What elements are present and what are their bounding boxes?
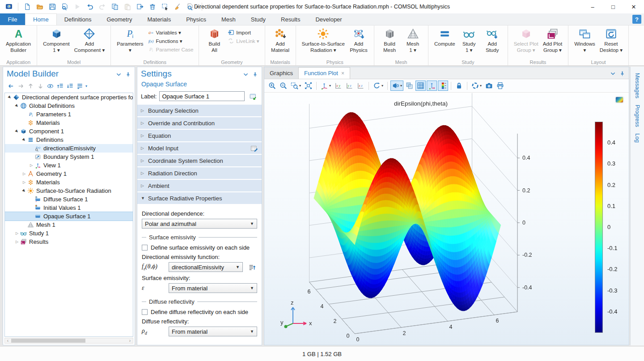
duplicate-button[interactable] [135, 1, 145, 12]
tree-node-results[interactable]: ▷Results [5, 238, 133, 246]
scene-light-button[interactable]: ▾ [390, 81, 403, 91]
section-ambient[interactable]: ▷ Ambient [137, 180, 262, 191]
side-tab-progress[interactable]: Progress [634, 105, 640, 127]
ribbon-tab-study[interactable]: Study [243, 13, 273, 25]
tree-expander-icon[interactable]: ▷ [14, 240, 20, 244]
dropdown-arrow-icon[interactable]: ▾ [196, 5, 198, 9]
tree-node-component-1[interactable]: ▶Component 1 [5, 127, 133, 136]
tree-node-mesh-1[interactable]: Mesh 1 [5, 221, 133, 229]
ribbon-tab-file[interactable]: File [0, 13, 25, 25]
model-input-edit-icon[interactable] [250, 144, 258, 152]
tree-expander-icon[interactable]: ▶ [6, 93, 13, 101]
clear-brush-button[interactable] [172, 1, 183, 12]
section-boundary-selection[interactable]: ▷ Boundary Selection [137, 105, 262, 116]
print-button[interactable] [495, 81, 505, 91]
view-lock-button[interactable] [454, 81, 464, 91]
save-search-button[interactable] [59, 1, 70, 12]
scroll-left-icon[interactable]: ‹ [5, 338, 11, 343]
redo-button[interactable] [97, 1, 108, 12]
section-equation[interactable]: ▷ Equation [137, 130, 262, 141]
ribbon-tab-geometry[interactable]: Geometry [99, 13, 140, 25]
pin-icon[interactable] [619, 70, 625, 76]
ribbon-tab-materials[interactable]: Materials [140, 13, 178, 25]
environment-button[interactable]: ▾ [470, 81, 483, 91]
tree-node-study-1[interactable]: ▷Study 1 [5, 229, 133, 238]
pin-icon[interactable] [252, 71, 258, 77]
tab-graphics[interactable]: Graphics [264, 67, 299, 79]
dropdown-arrow-icon[interactable]: ▾ [85, 84, 87, 88]
tree-node-definitions[interactable]: ▶Definitions [5, 136, 133, 144]
tree-expander-icon[interactable]: ▶ [21, 187, 28, 194]
view-yz-button[interactable]: yz [344, 81, 355, 91]
collapse-down-button[interactable] [66, 82, 74, 90]
variables-a-button[interactable]: a=Variables ▾ [146, 28, 195, 37]
build-all-button[interactable]: BuildAll [203, 27, 226, 54]
zoom-out-button[interactable] [278, 81, 288, 91]
collapse-up-button[interactable] [56, 82, 64, 90]
add-plot-group-button[interactable]: Add PlotGroup ▾ [541, 27, 564, 54]
import-icon-button[interactable]: Import [226, 28, 261, 37]
delete-button[interactable] [147, 1, 158, 12]
ribbon-tab-developer[interactable]: Developer [308, 13, 349, 25]
mesh-tri-button[interactable]: Mesh1 ▾ [401, 27, 424, 54]
checkbox[interactable] [142, 309, 148, 315]
tree-node-surface-to-surface-radiation[interactable]: ▶Surface-to-Surface Radiation [5, 187, 133, 195]
scrollbar-thumb[interactable] [11, 339, 85, 343]
study-glasses-button[interactable]: Study1 ▾ [458, 27, 481, 54]
section-model-input[interactable]: ▷ Model Input [137, 142, 262, 154]
new-file-button[interactable] [22, 1, 33, 12]
component-cube-button[interactable]: Component1 ▾ [41, 27, 72, 54]
tree-node-diffuse-surface-1[interactable]: DDiffuse Surface 1 [5, 195, 133, 204]
tree-node-global-definitions[interactable]: ▶Global Definitions [5, 102, 133, 110]
section-radiation-direction[interactable]: ▷ Radiation Direction [137, 167, 262, 179]
ribbon-tab-definitions[interactable]: Definitions [57, 13, 99, 25]
select-frame-button[interactable] [160, 1, 170, 12]
tree-node-initial-values-1[interactable]: DInitial Values 1 [5, 204, 133, 212]
tree-expander-icon[interactable]: ▷ [21, 180, 27, 184]
close-tab-icon[interactable]: × [341, 70, 344, 76]
parameters-pi-button[interactable]: PiParameters▾ [114, 27, 145, 54]
chevron-down-icon[interactable] [116, 71, 122, 77]
grid-toggle-button[interactable] [415, 81, 426, 91]
save-button[interactable] [47, 1, 58, 12]
tree-node-directionalemissivity[interactable]: f(x)directionalEmissivity [5, 144, 133, 153]
side-tab-messages[interactable]: Messages [634, 73, 640, 98]
pin-icon[interactable] [125, 71, 131, 77]
add-physics-button[interactable]: AddPhysics [347, 27, 370, 54]
add-material-button[interactable]: AddMaterial [269, 27, 292, 54]
side-tab-log[interactable]: Log [634, 133, 640, 143]
tree-node-boundary-system-1[interactable]: Boundary System 1 [5, 153, 133, 161]
rotate-3d-button[interactable]: ▾ [372, 81, 385, 91]
tree-node-directional-dependent-surface-properties[interactable]: ▶Directional dependent surface propertie… [5, 93, 133, 102]
tree-node-materials[interactable]: Materials [5, 119, 133, 127]
tree-node-opaque-surface-1[interactable]: Opaque Surface 1 [5, 212, 133, 221]
tree-expander-icon[interactable]: ▶ [13, 127, 21, 135]
rename-button[interactable] [247, 91, 258, 101]
directional-dependence-select[interactable]: Polar and azimuthal ▼ [142, 219, 257, 229]
label-input[interactable] [159, 91, 245, 101]
zoom-in-button[interactable] [267, 81, 277, 91]
reset-desktop-button[interactable]: ResetDesktop ▾ [597, 27, 625, 54]
go-to-function-button[interactable] [246, 262, 257, 272]
view-xy-button[interactable]: xy [333, 81, 343, 91]
directional-emissivity-fn-select[interactable]: directionalEmissivity ▼ [169, 262, 243, 272]
tree-expander-icon[interactable]: ▷ [21, 172, 27, 176]
tree-expander-icon[interactable]: ▷ [14, 231, 20, 235]
plot-thumbnail-button[interactable] [615, 97, 623, 103]
build-mesh-button[interactable]: BuildMesh [378, 27, 401, 54]
tab-function-plot[interactable]: Function Plot × [299, 67, 350, 79]
tree-node-materials[interactable]: ▷Materials [5, 178, 133, 187]
maximize-button[interactable]: □ [603, 0, 623, 13]
view-3d-button[interactable]: ▾ [319, 81, 332, 91]
scroll-right-icon[interactable]: › [127, 338, 133, 343]
plot-3d-canvas[interactable] [264, 93, 629, 347]
run-button[interactable] [72, 1, 83, 12]
tree-expander-icon[interactable]: ▶ [21, 136, 28, 143]
section-surface-radiative-properties[interactable]: ▼ Surface Radiative Properties [137, 192, 262, 204]
open-file-button[interactable] [34, 1, 45, 12]
close-button[interactable]: ✕ [623, 0, 644, 13]
compute-eq-button[interactable]: Compute [432, 27, 458, 48]
help-button[interactable]: ? [632, 15, 641, 24]
functions-fx-button[interactable]: f(x)Functions ▾ [146, 37, 195, 45]
checkbox[interactable] [142, 245, 148, 251]
